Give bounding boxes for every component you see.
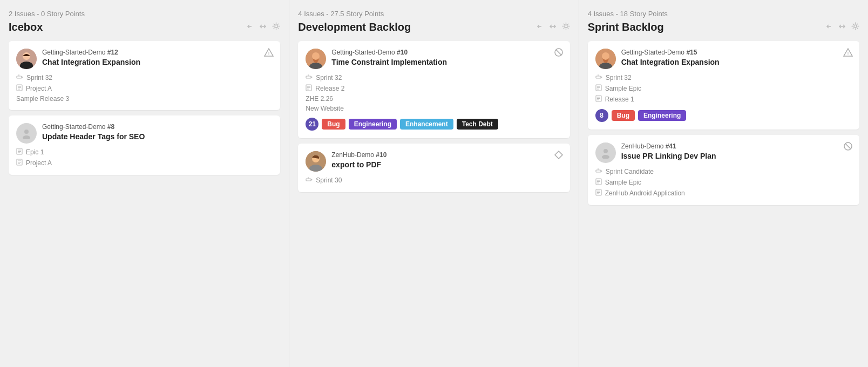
svg-marker-35 bbox=[311, 76, 313, 78]
column-meta: 4 Issues - 18 Story Points bbox=[588, 10, 859, 18]
avatar bbox=[16, 49, 37, 69]
card-project: Getting-Started-Demo #15 bbox=[621, 49, 852, 56]
card-project: Getting-Started-Demo #12 bbox=[42, 49, 273, 56]
card-header: Getting-Started-Demo #8Update Header Tag… bbox=[16, 123, 273, 144]
column-title: Icebox bbox=[9, 21, 43, 33]
card-issue-number: #41 bbox=[666, 142, 676, 150]
card-meta-row: Sample Release 3 bbox=[16, 95, 273, 103]
card[interactable]: ZenHub-Demo #10export to PDFSprint 30 bbox=[298, 144, 569, 192]
column-meta: 4 Issues - 27.5 Story Points bbox=[298, 10, 569, 18]
svg-marker-72 bbox=[601, 170, 602, 172]
card-name: export to PDF bbox=[331, 160, 562, 169]
gear-icon[interactable] bbox=[562, 22, 570, 32]
warning-icon: ! bbox=[264, 47, 274, 59]
document-icon bbox=[595, 84, 602, 93]
meta-text: Sample Epic bbox=[605, 85, 641, 92]
card-name: Time Constraint Implementation bbox=[331, 57, 562, 67]
card-name: Chat Integration Expansion bbox=[42, 57, 273, 67]
card-header: ZenHub-Demo #41Issue PR Linking Dev Plan bbox=[595, 142, 852, 163]
card[interactable]: Getting-Started-Demo #10Time Constraint … bbox=[298, 41, 569, 138]
document-icon bbox=[595, 95, 602, 104]
card-meta-row: New Website bbox=[306, 105, 562, 112]
labels-row: 21BugEngineeringEnhancementTech Debt bbox=[306, 118, 562, 131]
meta-text: Epic 1 bbox=[26, 148, 44, 156]
card-header: Getting-Started-Demo #15Chat Integration… bbox=[595, 49, 852, 69]
svg-point-16 bbox=[23, 135, 30, 139]
card-title-block: Getting-Started-Demo #15Chat Integration… bbox=[621, 49, 852, 67]
card-title-block: ZenHub-Demo #10export to PDF bbox=[331, 151, 562, 169]
document-icon bbox=[16, 148, 23, 157]
label-bug: Bug bbox=[322, 119, 345, 130]
column-icebox: 2 Issues - 0 Story PointsIcebox! Getting… bbox=[0, 0, 289, 367]
meta-text: Sprint 30 bbox=[316, 176, 342, 184]
column-dev-backlog: 4 Issues - 27.5 Story PointsDevelopment … bbox=[289, 0, 579, 367]
card-meta-row: ZenHub Android Application bbox=[595, 189, 852, 198]
collapse-left-icon[interactable] bbox=[246, 23, 254, 32]
collapse-left-icon[interactable] bbox=[536, 23, 544, 32]
avatar bbox=[595, 142, 616, 163]
svg-point-31 bbox=[312, 52, 320, 60]
card-name: Update Header Tags for SEO bbox=[42, 132, 273, 141]
expand-icon[interactable] bbox=[838, 23, 846, 32]
expand-icon[interactable] bbox=[549, 23, 557, 32]
card-project: Getting-Started-Demo #10 bbox=[331, 49, 562, 56]
diamond-icon bbox=[554, 150, 564, 162]
signpost-icon bbox=[16, 73, 23, 82]
label-count: 21 bbox=[306, 118, 318, 131]
document-icon bbox=[595, 189, 602, 198]
card-meta-row: Project A bbox=[16, 159, 273, 167]
card-title-block: ZenHub-Demo #41Issue PR Linking Dev Plan bbox=[621, 142, 852, 161]
card-header: ZenHub-Demo #10export to PDF bbox=[306, 151, 562, 172]
card-meta-row: Sprint Candidate bbox=[595, 167, 852, 176]
column-actions bbox=[536, 22, 570, 32]
label-enhancement: Enhancement bbox=[400, 119, 453, 130]
card-issue-number: #12 bbox=[107, 49, 118, 56]
svg-rect-55 bbox=[596, 76, 601, 78]
card-title-block: Getting-Started-Demo #12Chat Integration… bbox=[42, 49, 273, 67]
column-header: Icebox bbox=[9, 21, 280, 33]
card-issue-number: #8 bbox=[107, 123, 114, 131]
label-engineering: Engineering bbox=[349, 119, 397, 130]
card[interactable]: Getting-Started-Demo #8Update Header Tag… bbox=[9, 115, 280, 175]
column-sprint-backlog: 4 Issues - 18 Story PointsSprint Backlog… bbox=[579, 0, 868, 367]
card[interactable]: ! Getting-Started-Demo #12Chat Integrati… bbox=[9, 41, 280, 110]
collapse-left-icon[interactable] bbox=[825, 23, 833, 32]
expand-icon[interactable] bbox=[259, 23, 267, 32]
gear-icon[interactable] bbox=[851, 22, 859, 32]
document-icon bbox=[16, 159, 23, 167]
meta-text: Sprint 32 bbox=[26, 74, 52, 81]
document-icon bbox=[16, 84, 23, 93]
card-meta-row: Sprint 32 bbox=[16, 73, 273, 82]
meta-text: Sample Epic bbox=[605, 179, 641, 186]
card-meta-row: Sprint 30 bbox=[306, 176, 562, 185]
svg-text:!: ! bbox=[847, 51, 849, 56]
column-actions bbox=[246, 22, 280, 32]
label-count: 8 bbox=[595, 109, 608, 122]
card-meta-row: Sprint 32 bbox=[306, 73, 562, 82]
meta-text: Sample Release 3 bbox=[16, 95, 69, 103]
document-icon bbox=[306, 84, 312, 93]
card-title-block: Getting-Started-Demo #8Update Header Tag… bbox=[42, 123, 273, 141]
signpost-icon bbox=[595, 167, 602, 176]
svg-point-15 bbox=[24, 130, 29, 134]
svg-rect-33 bbox=[306, 76, 311, 78]
card-project: ZenHub-Demo #41 bbox=[621, 142, 852, 150]
card[interactable]: ! Getting-Started-Demo #15Chat Integrati… bbox=[588, 41, 859, 130]
card-meta-row: Epic 1 bbox=[16, 148, 273, 157]
svg-point-27 bbox=[565, 25, 567, 28]
card-project: Getting-Started-Demo #8 bbox=[42, 123, 273, 131]
gear-icon[interactable] bbox=[272, 22, 280, 32]
meta-text: Sprint 32 bbox=[606, 74, 632, 81]
document-icon bbox=[595, 178, 602, 187]
label-bug: Bug bbox=[612, 110, 635, 121]
meta-text: ZHE 2.26 bbox=[306, 95, 333, 103]
card-meta-row: ZHE 2.26 bbox=[306, 95, 562, 103]
card-header: Getting-Started-Demo #12Chat Integration… bbox=[16, 49, 273, 69]
column-actions bbox=[825, 22, 859, 32]
svg-marker-40 bbox=[555, 151, 562, 159]
svg-point-49 bbox=[854, 25, 857, 28]
svg-marker-57 bbox=[601, 76, 602, 78]
card[interactable]: ZenHub-Demo #41Issue PR Linking Dev Plan… bbox=[588, 135, 859, 205]
svg-text:!: ! bbox=[268, 51, 270, 56]
svg-line-29 bbox=[556, 50, 561, 55]
